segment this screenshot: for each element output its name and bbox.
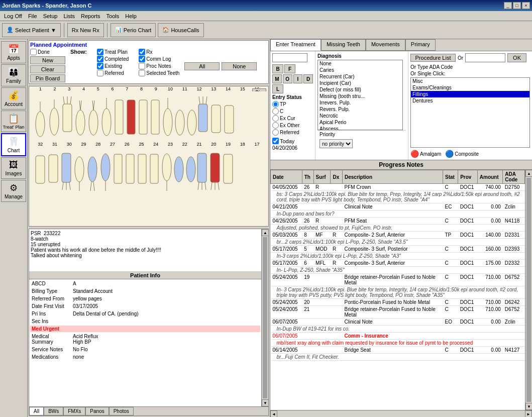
tooth-3[interactable]	[63, 96, 72, 132]
tab-primary[interactable]: Primary	[405, 39, 436, 51]
table-row[interactable]: In-3 carps 2%Lido/1:100k epi L-Pop, Z-25…	[271, 253, 525, 260]
tooth-6[interactable]	[102, 98, 111, 136]
dx-revers[interactable]: Revers. Pulp.	[318, 106, 402, 113]
table-row[interactable]: 05/24/2005 21 Bridge retainer-Porcelain …	[271, 306, 525, 319]
menu-help[interactable]: Help	[122, 12, 140, 20]
close-btn[interactable]: ×	[522, 2, 530, 9]
tooth-14[interactable]	[198, 96, 207, 132]
completed-checkbox[interactable]	[97, 56, 103, 62]
h-scroll-right[interactable]: ►	[525, 410, 532, 417]
ex-cur-radio[interactable]	[272, 115, 279, 122]
tooth-30[interactable]	[62, 153, 71, 190]
scroll-down-arrow[interactable]: ▼	[262, 399, 268, 406]
treat-plan-checkbox[interactable]	[97, 49, 103, 55]
tooth-8[interactable]	[127, 100, 135, 134]
tooth-27[interactable]	[101, 154, 110, 191]
composite-item[interactable]: 🔵 Composite	[445, 150, 479, 158]
table-row[interactable]: In-Dup pano and bws for?	[271, 211, 525, 218]
menu-logoff[interactable]: Log Off	[1, 12, 25, 20]
select-patient-btn[interactable]: 👤 Select Patient ▼	[2, 23, 61, 37]
ok-btn[interactable]: OK	[507, 53, 526, 62]
tp-radio[interactable]	[272, 101, 279, 108]
tooth-15[interactable]	[211, 105, 221, 133]
tooth-21[interactable]	[174, 157, 183, 182]
surface-input[interactable]	[272, 53, 307, 62]
ada-code-input[interactable]	[465, 53, 505, 62]
dx-apical[interactable]: Apical Perio	[318, 119, 402, 126]
menu-file[interactable]: File	[25, 12, 40, 20]
table-row[interactable]: 04/21/2005 Clinical Note EC DOC1 0.00 Zc…	[271, 203, 525, 211]
c-radio[interactable]	[272, 108, 279, 115]
done-checkbox[interactable]	[30, 49, 37, 55]
amalgam-item[interactable]: 🔴 Amalgam	[410, 150, 441, 158]
dx-abscess[interactable]: Abscess	[318, 126, 402, 130]
table-row[interactable]: 05/24/2005 20 Pontic-Porcelain Fused to …	[271, 299, 525, 306]
table-row[interactable]: 06/07/2005 Comm - Insurance	[271, 333, 525, 340]
tab-missing-teeth[interactable]: Missing Teeth	[321, 39, 366, 51]
proc-item-fillings[interactable]: Fillings	[411, 91, 529, 97]
procedure-category-list[interactable]: Misc Exams/Cleanings Fillings Dentures	[410, 77, 530, 148]
dx-irrevers[interactable]: Irrevers. Pulp.	[318, 99, 402, 106]
scroll-up-arrow[interactable]: ▲	[262, 229, 268, 236]
table-row[interactable]: 04/05/2005 26 R PFM Crown C DOC1 740.00 …	[271, 184, 525, 191]
tooth-28[interactable]	[88, 157, 97, 191]
tooth-1[interactable]	[36, 101, 45, 137]
menu-reports[interactable]: Reports	[78, 12, 103, 20]
progress-scrollbar[interactable]: ▲ ▼	[525, 170, 532, 410]
tooth-31[interactable]	[49, 155, 58, 182]
btn-m[interactable]: M	[272, 74, 282, 83]
table-row[interactable]: mb//sent xray along with claim requested…	[271, 340, 525, 347]
progress-scroll-up[interactable]: ▲	[525, 170, 532, 177]
housecalls-btn[interactable]: 🏠 HouseCalls	[158, 23, 203, 37]
sidebar-item-chart[interactable]: 🦷 Chart	[1, 133, 26, 156]
tooth-19[interactable]	[197, 153, 206, 190]
table-row[interactable]: 06/07/2005 Clinical Note EO DOC1 0.00 Zc…	[271, 319, 525, 326]
table-row[interactable]: 05/03/2005 8 MF R Composite- 2 Surf, Ant…	[271, 232, 525, 239]
maximize-btn[interactable]: □	[513, 2, 521, 9]
scroll-thumb[interactable]	[263, 237, 267, 398]
tab-enter-treatment[interactable]: Enter Treatment	[270, 39, 321, 51]
tooth-7[interactable]	[115, 100, 123, 134]
sidebar-item-manage[interactable]: ⚙ Manage	[1, 180, 26, 202]
table-row[interactable]: br...2 carps 2%Lido/1:100k epi L-Pop, Z-…	[271, 239, 525, 246]
minimize-btn[interactable]: _	[504, 2, 512, 9]
tooth-4[interactable]	[76, 100, 85, 135]
existing-checkbox[interactable]	[97, 63, 103, 69]
tooth-22[interactable]	[162, 154, 171, 191]
sidebar-item-family[interactable]: 👨‍👩‍👦 Family	[1, 64, 26, 86]
tooth-25[interactable]	[126, 154, 134, 183]
btn-l[interactable]: L	[272, 84, 283, 93]
tooth-10[interactable]	[151, 100, 159, 134]
progress-scroll-down[interactable]: ▼	[525, 403, 532, 410]
btn-f[interactable]: F	[284, 64, 295, 73]
table-row[interactable]: 05/24/2005 19 Bridge retainer-Porcelain …	[271, 274, 525, 286]
btn-o[interactable]: O	[283, 74, 292, 83]
table-row[interactable]: 06/14/2005 Bridge Seat C DOC1 0.00 N4127	[271, 347, 525, 354]
tooth-5[interactable]	[89, 100, 98, 135]
tooth-13[interactable]	[187, 110, 196, 135]
table-row[interactable]: 05/17/2005 5 MOD R Composite- 3 Surf, Po…	[271, 246, 525, 253]
progress-scroll-thumb[interactable]	[526, 178, 531, 402]
tab-bws[interactable]: BWs	[44, 407, 63, 415]
tooth-12[interactable]	[175, 110, 184, 135]
proc-item-exams[interactable]: Exams/Cleanings	[411, 84, 529, 91]
comm-log-checkbox[interactable]	[139, 56, 145, 62]
tooth-9[interactable]	[139, 100, 147, 134]
table-row[interactable]: In-Dup BW of #19-#21 for ins co.	[271, 326, 525, 333]
proc-item-dentures[interactable]: Dentures	[411, 97, 529, 104]
ex-other-radio[interactable]	[272, 122, 279, 129]
tooth-11[interactable]	[163, 98, 172, 136]
sidebar-item-treat-plan[interactable]: 📋 Treat' Plan	[1, 111, 26, 132]
tab-panos[interactable]: Panos	[85, 407, 109, 415]
proc-notes-checkbox[interactable]	[139, 63, 145, 69]
diagnosis-list[interactable]: None Caries Recurrent (Car) Incipient (C…	[317, 60, 403, 130]
proc-item-misc[interactable]: Misc	[411, 78, 529, 84]
sidebar-item-appts[interactable]: 📅 Appts	[1, 41, 26, 63]
referred-radio[interactable]	[272, 129, 279, 136]
dx-missing[interactable]: Missing (tooth stru...	[318, 93, 402, 99]
tooth-26[interactable]	[114, 154, 122, 183]
new-appt-btn[interactable]: New	[30, 56, 65, 64]
new-rx-btn[interactable]: Rx New Rx	[67, 23, 104, 37]
btn-d[interactable]: D	[303, 74, 313, 83]
table-row[interactable]: br...Fuji Cem II, Fit Checker.	[271, 354, 525, 361]
